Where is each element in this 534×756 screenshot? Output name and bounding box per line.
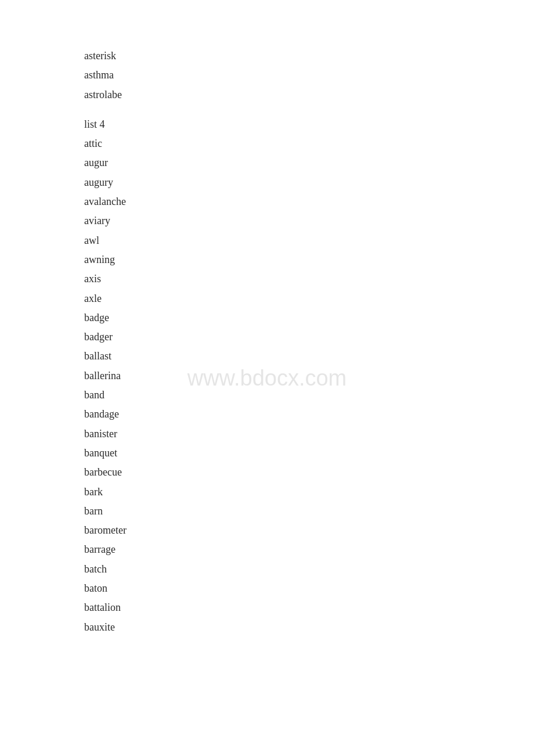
list-item: awning — [84, 250, 534, 269]
list-item: attic — [84, 134, 534, 153]
list-header: list 4 — [84, 115, 534, 134]
list-item: barbecue — [84, 463, 534, 482]
list-item: asthma — [84, 66, 534, 85]
list-item: barrage — [84, 540, 534, 559]
list-item: banister — [84, 424, 534, 444]
list-item: baton — [84, 579, 534, 598]
list-item: ballerina — [84, 366, 534, 386]
list-item: asterisk — [84, 46, 534, 66]
list-item: banquet — [84, 444, 534, 463]
list-item: axis — [84, 269, 534, 289]
list-item: astrolabe — [84, 85, 534, 105]
list-item: barometer — [84, 521, 534, 540]
list-item: augury — [84, 173, 534, 192]
list-item: bauxite — [84, 618, 534, 637]
list-item: bandage — [84, 405, 534, 424]
list-item: band — [84, 386, 534, 405]
list-item: bark — [84, 483, 534, 502]
list-item: awl — [84, 231, 534, 250]
list-item: barn — [84, 502, 534, 521]
list-item: badger — [84, 327, 534, 347]
list-item: avalanche — [84, 192, 534, 211]
list-item: aviary — [84, 211, 534, 231]
list-item: axle — [84, 289, 534, 308]
list-item: ballast — [84, 347, 534, 366]
list-gap — [84, 105, 534, 115]
list-item: badge — [84, 308, 534, 327]
list-item: batch — [84, 560, 534, 579]
list-item: battalion — [84, 598, 534, 617]
word-list: asterisk asthma astrolabe list 4 attic a… — [0, 0, 534, 683]
list-item: augur — [84, 153, 534, 172]
